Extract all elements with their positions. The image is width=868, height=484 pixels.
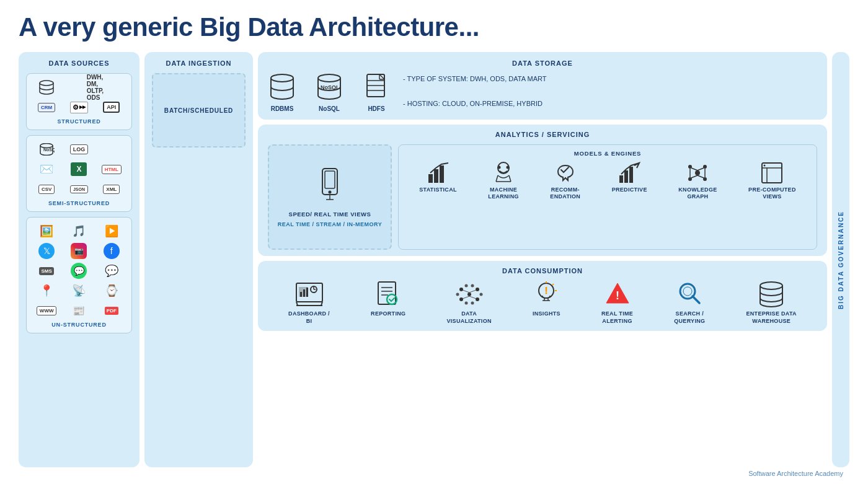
data-ingestion-title: DATA INGESTION bbox=[152, 59, 246, 67]
governance-label: BIG DATA GOVERNANCE bbox=[838, 211, 844, 309]
speed-label: SPEED/ REAL TIME VIEWS bbox=[289, 211, 371, 218]
facebook-icon: f bbox=[100, 242, 123, 260]
semi-structured-box: NoSQL LOG ✉️ X HTML CSV JSON XML SEMI-ST… bbox=[26, 135, 132, 212]
semi-structured-label: SEMI-STRUCTURED bbox=[32, 200, 126, 206]
excel-icon: X bbox=[68, 161, 90, 178]
data-consumption-panel: DATA CONSUMPTION bbox=[258, 261, 827, 331]
svg-line-73 bbox=[469, 290, 476, 293]
precomputed-item: PRE-COMPUTEDVIEWS bbox=[748, 162, 796, 200]
html-icon: HTML bbox=[100, 161, 123, 178]
log-icon: LOG bbox=[68, 141, 90, 158]
svg-line-24 bbox=[496, 175, 498, 182]
svg-line-72 bbox=[463, 290, 469, 293]
hdfs-item: HDFS bbox=[362, 73, 391, 112]
music-icon: 🎵 bbox=[68, 222, 90, 240]
rdbms-item: RDBMS bbox=[268, 73, 296, 112]
erp-icon: ⚙ ▶▶ bbox=[68, 99, 90, 116]
data-storage-panel: DATA STORAGE RDBMS NoSQL NoSQL bbox=[258, 52, 827, 120]
svg-line-38 bbox=[698, 175, 704, 178]
speed-icon bbox=[317, 167, 342, 207]
svg-line-36 bbox=[698, 168, 704, 170]
wifi-icon: 📡 bbox=[68, 282, 90, 299]
type-of-system-text: - TYPE OF SYSTEM: DWH, ODS, DATA MART bbox=[403, 73, 546, 86]
consumption-icons: DASHBOARD /BI REPORTING bbox=[268, 281, 817, 325]
instagram-icon: 📷 bbox=[68, 242, 90, 260]
data-visualization-item: DATAVISUALIZATION bbox=[447, 281, 492, 325]
svg-rect-18 bbox=[428, 174, 433, 183]
svg-rect-29 bbox=[629, 167, 633, 183]
svg-point-63 bbox=[476, 288, 479, 291]
dwh-label: DWH, DM,OLTP, ODS bbox=[84, 79, 107, 96]
hosting-text: - HOSTING: CLOUD, ON-PREMISE, HYBRID bbox=[403, 98, 546, 110]
svg-line-25 bbox=[509, 175, 511, 182]
svg-rect-14 bbox=[325, 171, 335, 188]
dashboard-item: DASHBOARD /BI bbox=[288, 281, 330, 325]
svg-rect-20 bbox=[440, 165, 444, 183]
svg-point-71 bbox=[479, 293, 482, 296]
news-icon: 📰 bbox=[68, 302, 90, 319]
hdfs-label: HDFS bbox=[362, 105, 391, 112]
batch-scheduled-label: BATCH/SCHEDULED bbox=[164, 107, 233, 114]
svg-rect-27 bbox=[619, 175, 623, 183]
insights-item: INSIGHTS bbox=[533, 281, 560, 318]
svg-point-66 bbox=[464, 284, 467, 288]
svg-line-37 bbox=[691, 175, 698, 178]
svg-point-61 bbox=[467, 293, 471, 296]
svg-text:!: ! bbox=[616, 289, 619, 302]
search-querying-item: SEARCH /QUERYING bbox=[674, 281, 705, 325]
rdbms-label: RDBMS bbox=[268, 105, 296, 112]
footer-credit: Software Architecture Academy bbox=[19, 470, 849, 477]
storage-text: - TYPE OF SYSTEM: DWH, ODS, DATA MART - … bbox=[403, 73, 546, 110]
svg-line-35 bbox=[691, 168, 698, 170]
models-box: MODELS & ENGINES STATISTICAL bbox=[398, 144, 817, 250]
ml-item: MACHINELEARNING bbox=[488, 162, 518, 200]
nosql-item: NoSQL NoSQL bbox=[315, 73, 343, 112]
models-title: MODELS & ENGINES bbox=[404, 150, 812, 157]
chat-icon: 💬 bbox=[100, 262, 123, 279]
csv-icon: CSV bbox=[35, 180, 58, 198]
svg-line-74 bbox=[463, 296, 469, 299]
storage-icons: RDBMS NoSQL NoSQL bbox=[268, 73, 391, 112]
pdf-icon: PDF bbox=[100, 302, 123, 319]
page-title: A very generic Big Data Architecture... bbox=[19, 12, 849, 42]
email-icon: ✉️ bbox=[35, 161, 58, 178]
svg-rect-28 bbox=[624, 170, 628, 183]
analytics-title: ANALYTICS / SERVICING bbox=[268, 131, 817, 138]
real-time-alerting-item: ! REAL TIMEALERTING bbox=[601, 281, 633, 325]
right-section: DATA STORAGE RDBMS NoSQL NoSQL bbox=[258, 52, 827, 467]
svg-point-0 bbox=[40, 81, 53, 86]
svg-point-62 bbox=[459, 288, 463, 291]
blank1-icon bbox=[100, 141, 123, 158]
database-icon bbox=[35, 79, 58, 96]
svg-line-78 bbox=[552, 284, 554, 285]
data-sources-panel: DATA SOURCES DWH, DM,OLTP, ODS CRM ⚙ ▶▶ … bbox=[19, 52, 140, 467]
svg-point-15 bbox=[329, 190, 332, 193]
svg-point-91 bbox=[760, 282, 782, 289]
batch-scheduled-box: BATCH/SCHEDULED bbox=[152, 73, 246, 147]
speed-sublabel: REAL TIME / STREAM / IN-MEMORY bbox=[278, 221, 383, 227]
speed-box: SPEED/ REAL TIME VIEWS REAL TIME / STREA… bbox=[268, 144, 392, 250]
models-icons: STATISTICAL bbox=[404, 162, 812, 244]
image-icon: 🖼️ bbox=[35, 222, 58, 240]
api-icon: API bbox=[100, 99, 123, 116]
predictive-item: PREDICTIVE bbox=[612, 162, 647, 193]
svg-point-67 bbox=[471, 284, 474, 288]
svg-text:NoSQL: NoSQL bbox=[43, 147, 55, 152]
svg-point-68 bbox=[464, 302, 467, 305]
structured-box: DWH, DM,OLTP, ODS CRM ⚙ ▶▶ API STRUCTURE… bbox=[26, 73, 132, 130]
svg-point-69 bbox=[471, 302, 474, 305]
svg-rect-48 bbox=[303, 289, 305, 297]
svg-text:NoSQL: NoSQL bbox=[321, 84, 340, 90]
svg-line-75 bbox=[469, 296, 476, 299]
middle-section: DATA INGESTION BATCH/SCHEDULED DATA STOR… bbox=[144, 52, 827, 467]
svg-rect-19 bbox=[434, 169, 438, 183]
governance-panel: BIG DATA GOVERNANCE bbox=[832, 52, 849, 467]
knowledge-graph-item: KNOWLEDGEGRAPH bbox=[678, 162, 717, 200]
svg-point-64 bbox=[459, 297, 463, 301]
svg-point-84 bbox=[546, 293, 547, 294]
svg-point-4 bbox=[318, 74, 340, 82]
svg-point-44 bbox=[764, 165, 766, 167]
watch-icon: ⌚ bbox=[100, 282, 123, 299]
svg-rect-49 bbox=[306, 288, 308, 297]
data-sources-title: DATA SOURCES bbox=[26, 59, 132, 67]
